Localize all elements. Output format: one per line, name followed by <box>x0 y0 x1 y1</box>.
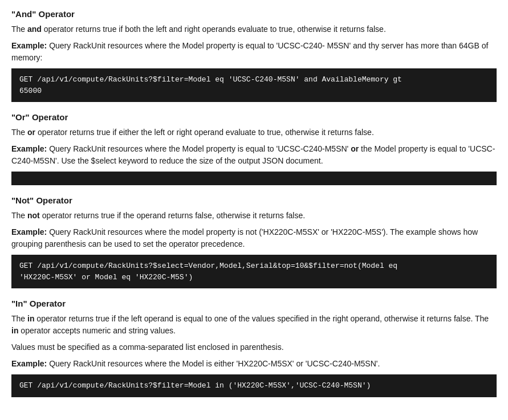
in-operator-section: "In" Operator The in operator returns tr… <box>11 299 497 397</box>
or-operator-title: "Or" Operator <box>11 112 497 122</box>
not-operator-code: GET /api/v1/compute/RackUnits?$select=Ve… <box>11 255 497 288</box>
or-example-keyword: or <box>351 144 359 153</box>
or-example-label: Example: <box>11 144 47 153</box>
and-operator-title: "And" Operator <box>11 9 497 19</box>
in-operator-title: "In" Operator <box>11 299 497 308</box>
or-operator-example: Example: Query RackUnit resources where … <box>11 143 497 167</box>
not-operator-title: "Not" Operator <box>11 195 497 205</box>
and-example-label: Example: <box>11 41 47 50</box>
not-operator-section: "Not" Operator The not operator returns … <box>11 195 497 288</box>
not-example-label: Example: <box>11 227 47 236</box>
in-operator-code: GET /api/v1/compute/RackUnits?$filter=Mo… <box>11 374 497 397</box>
in-operator-example: Example: Query RackUnit resources where … <box>11 358 497 370</box>
and-operator-desc: The and operator returns true if both th… <box>11 23 497 35</box>
in-operator-values: Values must be specified as a comma-sepa… <box>11 341 497 353</box>
and-operator-example: Example: Query RackUnit resources where … <box>11 40 497 64</box>
not-keyword: not <box>27 211 40 220</box>
and-operator-code: GET /api/v1/compute/RackUnits?$filter=Mo… <box>11 68 497 102</box>
not-operator-desc: The not operator returns true if the ope… <box>11 210 497 222</box>
in-example-label: Example: <box>11 359 47 368</box>
or-operator-code <box>11 172 497 185</box>
in-keyword-2: in <box>11 326 18 335</box>
not-operator-example: Example: Query RackUnit resources where … <box>11 226 497 250</box>
and-operator-section: "And" Operator The and operator returns … <box>11 9 497 102</box>
or-operator-desc: The or operator returns true if either t… <box>11 127 497 138</box>
in-operator-desc: The in operator returns true if the left… <box>11 313 497 337</box>
main-content: "And" Operator The and operator returns … <box>0 0 508 417</box>
or-operator-section: "Or" Operator The or operator returns tr… <box>11 112 497 185</box>
in-keyword-1: in <box>27 314 34 323</box>
or-keyword: or <box>27 128 35 137</box>
and-keyword: and <box>27 25 42 34</box>
